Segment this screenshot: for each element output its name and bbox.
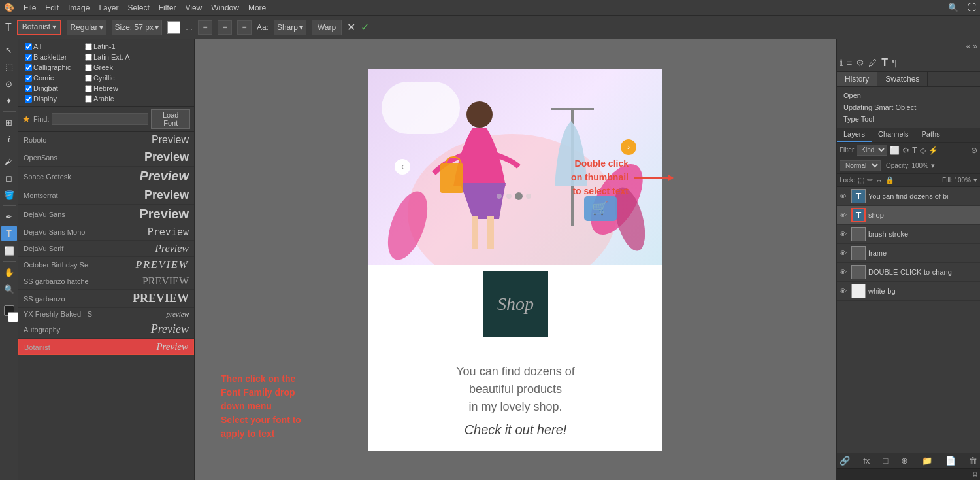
nav-prev-button[interactable]: ‹ [395, 159, 410, 175]
filter-display[interactable]: Display [22, 94, 81, 103]
properties-icon[interactable]: 🖊 [868, 58, 877, 68]
zoom-icon[interactable]: ⛶ [968, 3, 976, 12]
panel-expand-icon[interactable]: » [973, 42, 977, 51]
font-row-space-grotesk[interactable]: Space Grotesk Preview [18, 167, 194, 186]
layer-item-brush[interactable]: 👁 brush-stroke [837, 225, 980, 244]
filter-adj-icon[interactable]: ⚙ [902, 146, 909, 155]
filter-shape-icon[interactable]: ◇ [920, 146, 926, 155]
tab-paths[interactable]: Paths [915, 128, 947, 142]
hand-tool[interactable]: ✋ [1, 264, 17, 280]
brush-tool[interactable]: 🖌 [1, 153, 17, 169]
font-row-yx-freshly[interactable]: YX Freshly Baked - S preview [18, 308, 194, 320]
panel-collapse-icon[interactable]: « [966, 42, 971, 51]
menu-edit[interactable]: Edit [45, 3, 59, 12]
layer-visibility-shop[interactable]: 👁 [840, 211, 849, 219]
tab-swatches[interactable]: Swatches [877, 72, 928, 86]
filter-hebrew[interactable]: Hebrew [82, 84, 141, 93]
filter-calligraphic[interactable]: Calligraphic [22, 63, 81, 72]
layer-visibility-brush[interactable]: 👁 [840, 230, 849, 238]
link-layers-btn[interactable]: 🔗 [840, 456, 850, 466]
text-tool[interactable]: T [1, 226, 17, 241]
align-right-btn[interactable]: ≡ [237, 20, 252, 35]
font-row-roboto[interactable]: Roboto Preview [18, 132, 194, 148]
add-layer-btn[interactable]: 📄 [945, 456, 956, 466]
text-color-swatch[interactable] [167, 21, 180, 34]
add-style-btn[interactable]: fx [863, 456, 870, 466]
selection-tool[interactable]: ⬚ [1, 59, 17, 75]
panel-resize-icon[interactable]: ⚙ [972, 471, 978, 478]
filter-latin1[interactable]: Latin-1 [82, 42, 141, 51]
cancel-button[interactable]: ✕ [347, 21, 355, 33]
filter-smart-icon[interactable]: ⚡ [928, 146, 938, 155]
filter-cyrillic[interactable]: Cyrillic [82, 73, 141, 82]
filter-latin-ext[interactable]: Latin Ext. A [82, 52, 141, 61]
history-item-open[interactable]: Open [840, 90, 977, 101]
confirm-button[interactable]: ✓ [361, 21, 369, 33]
filter-greek[interactable]: Greek [82, 63, 141, 72]
tab-history[interactable]: History [837, 72, 877, 86]
filter-kind-select[interactable]: Kind [857, 145, 887, 156]
font-search-input[interactable] [52, 113, 148, 125]
filter-all[interactable]: All [22, 42, 81, 51]
opacity-arrow[interactable]: ▾ [931, 162, 935, 170]
layer-item-dbl-click[interactable]: 👁 DOUBLE-CLICK-to-chang [837, 263, 980, 282]
nav-next-button[interactable]: › [621, 139, 636, 155]
menu-file[interactable]: File [24, 3, 36, 12]
align-center-btn[interactable]: ≡ [218, 20, 232, 35]
crop-tool[interactable]: ⊞ [1, 114, 17, 130]
filter-toggle-icon[interactable]: ⊙ [971, 146, 977, 155]
filter-comic[interactable]: Comic [22, 73, 81, 82]
layer-visibility-text1[interactable]: 👁 [840, 192, 849, 200]
menu-select[interactable]: Select [127, 3, 149, 12]
add-group-btn[interactable]: 📁 [922, 456, 932, 466]
layer-item-frame[interactable]: 👁 frame [837, 244, 980, 263]
layers-icon[interactable]: ≡ [847, 58, 852, 68]
warp-button[interactable]: Warp [312, 20, 342, 35]
font-row-autography[interactable]: Autography Preview [18, 320, 194, 339]
font-row-october[interactable]: October Birthday Se PREVIEW [18, 257, 194, 273]
font-row-dejavu-serif[interactable]: DejaVu Serif Preview [18, 241, 194, 257]
menu-layer[interactable]: Layer [99, 3, 118, 12]
adjust-icon[interactable]: ⚙ [856, 58, 864, 68]
wand-tool[interactable]: ✦ [1, 93, 17, 109]
add-mask-btn[interactable]: □ [883, 456, 888, 466]
tab-channels[interactable]: Channels [872, 128, 915, 142]
tab-layers[interactable]: Layers [837, 128, 872, 142]
layer-item-whitebg[interactable]: 👁 white-bg [837, 282, 980, 301]
filter-arabic[interactable]: Arabic [82, 94, 141, 103]
background-color[interactable] [8, 312, 18, 322]
color-picker-dots[interactable]: … [186, 24, 193, 31]
eyedropper-tool[interactable]: 𝒊 [1, 131, 17, 147]
menu-more[interactable]: More [248, 3, 266, 12]
layer-item-shop[interactable]: 👁 T shop [837, 206, 980, 225]
menu-view[interactable]: View [185, 3, 202, 12]
add-adjustment-btn[interactable]: ⊕ [901, 456, 908, 466]
eraser-tool[interactable]: ◻ [1, 170, 17, 186]
filter-blackletter[interactable]: Blackletter [22, 52, 81, 61]
font-family-dropdown[interactable]: Botanist ▾ [17, 20, 62, 35]
move-tool[interactable]: ↖ [1, 42, 17, 58]
filter-pixel-icon[interactable]: ⬜ [890, 146, 900, 155]
font-row-montserrat[interactable]: Montserrat Preview [18, 186, 194, 205]
font-row-ss-garbanzo[interactable]: SS garbanzo PREVIEW [18, 290, 194, 308]
paragraph-icon[interactable]: ¶ [892, 58, 897, 68]
lock-pos-icon[interactable]: ⬚ [858, 176, 864, 184]
zoom-tool[interactable]: 🔍 [1, 281, 17, 297]
favorites-star[interactable]: ★ [22, 114, 31, 124]
layer-visibility-whitebg[interactable]: 👁 [840, 287, 849, 295]
filter-dingbat[interactable]: Dingbat [22, 84, 81, 93]
load-font-button[interactable]: Load Font [151, 109, 190, 129]
filter-type-icon[interactable]: T [912, 146, 917, 155]
lock-move-icon[interactable]: ↔ [875, 177, 883, 184]
info-icon[interactable]: ℹ [840, 58, 843, 68]
font-row-dejavu-sans[interactable]: DejaVu Sans Preview [18, 205, 194, 224]
lock-draw-icon[interactable]: ✏ [867, 176, 873, 184]
lock-all-icon[interactable]: 🔒 [885, 176, 894, 184]
shape-tool[interactable]: ⬜ [1, 243, 17, 258]
font-row-dejavu-mono[interactable]: DejaVu Sans Mono Preview [18, 224, 194, 241]
blend-mode-select[interactable]: Normal [840, 160, 881, 171]
lasso-tool[interactable]: ⊙ [1, 76, 17, 92]
align-left-btn[interactable]: ≡ [198, 20, 212, 35]
pen-tool[interactable]: ✒ [1, 209, 17, 224]
history-item-type-tool[interactable]: Type Tool [840, 113, 977, 125]
